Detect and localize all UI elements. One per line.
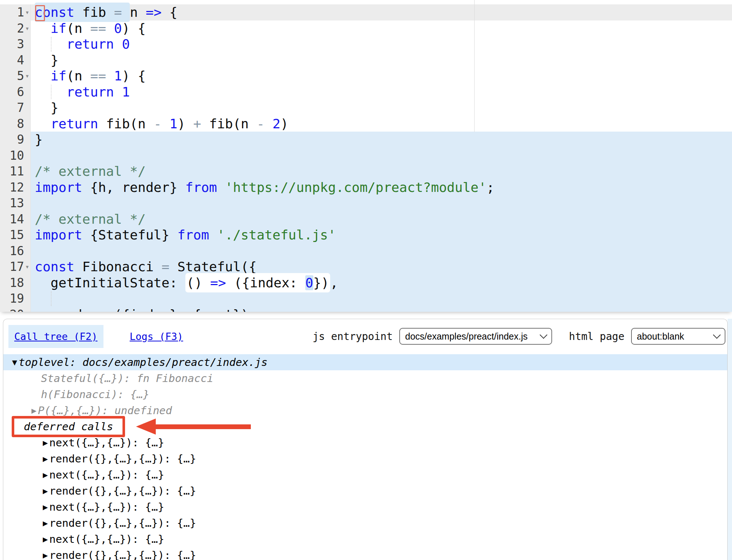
expand-arrow-icon[interactable]: ▶ — [43, 454, 48, 463]
code-token: /* external */ — [35, 164, 146, 179]
code-token: => — [210, 275, 226, 290]
line-number: 11 — [10, 163, 24, 179]
tree-row[interactable]: ▶next({…},{…}): {…} — [3, 467, 727, 483]
tree-row[interactable]: Stateful({…}): fn Fibonacci — [3, 370, 727, 386]
tree-row[interactable]: deferred calls — [3, 419, 727, 435]
gutter: 11▾ — [0, 163, 31, 179]
fold-toggle-icon[interactable]: ▾ — [24, 68, 30, 84]
tree-row[interactable]: ▼toplevel: docs/examples/preact/index.js — [3, 354, 727, 370]
html-page-select[interactable]: about:blank — [631, 328, 725, 345]
tab-logs[interactable]: Logs (F3) — [124, 325, 189, 348]
code-token — [162, 116, 170, 131]
tree-row[interactable]: ▶render({},{…},{…}): {…} — [3, 515, 727, 531]
code-line[interactable]: 19▾ — [0, 291, 732, 307]
code-line[interactable]: 9▾} — [0, 132, 732, 148]
code-line[interactable]: 3▾ return 0 — [0, 36, 732, 52]
line-number: 6 — [17, 84, 24, 100]
line-number: 8 — [17, 116, 24, 132]
tree-row[interactable]: ▶render({},{…},{…}): {…} — [3, 483, 727, 499]
gutter: 9▾ — [0, 132, 31, 148]
line-number: 1 — [17, 4, 24, 20]
tree-row-label: h(Fibonacci): {…} — [41, 388, 150, 401]
code-token: 0 — [122, 37, 130, 52]
code-line[interactable]: 15▾import {Stateful} from './stateful.js… — [0, 227, 732, 243]
tree-row[interactable]: ▶next({…},{…}): {…} — [3, 435, 727, 451]
value-highlight-region: () => ({index: 0}) — [185, 273, 330, 292]
code-token: , — [330, 275, 338, 290]
expand-arrow-icon[interactable]: ▶ — [31, 406, 37, 415]
fold-toggle-icon[interactable]: ▾ — [24, 259, 30, 275]
code-line[interactable]: 18▾ getInitialState: () => ({index: 0}), — [0, 275, 732, 291]
code-token: './stateful.js' — [217, 227, 336, 242]
code-token: import — [35, 227, 82, 242]
line-number: 4 — [17, 52, 24, 68]
code-line[interactable]: 11▾/* external */ — [0, 163, 732, 179]
code-line[interactable]: 20▾ render: ({index}, {next}) => — [0, 307, 732, 312]
code-line[interactable]: 1▾const fib = n => { — [0, 4, 732, 20]
code-text: } — [31, 100, 59, 116]
expand-arrow-icon[interactable]: ▶ — [43, 438, 48, 447]
tree-row[interactable]: ▶render({},{…},{…}): {…} — [3, 547, 727, 560]
code-text: return 0 — [31, 36, 130, 52]
tree-row[interactable]: ▶next({…},{…}): {…} — [3, 499, 727, 515]
code-line[interactable]: 17▾const Fibonacci = Stateful({ — [0, 259, 732, 275]
expand-arrow-icon[interactable]: ▶ — [43, 486, 48, 496]
gutter: 16▾ — [0, 243, 31, 259]
code-line[interactable]: 16▾ — [0, 243, 732, 259]
expand-arrow-icon[interactable]: ▼ — [12, 357, 17, 367]
gutter: 8▾ — [0, 116, 31, 132]
tree-row-label: toplevel: docs/examples/preact/index.js — [19, 356, 268, 368]
code-token: {h, render} — [82, 180, 185, 195]
expand-arrow-icon[interactable]: ▶ — [43, 550, 48, 560]
line-number: 2 — [17, 20, 24, 37]
line-number: 12 — [10, 179, 24, 196]
tab-call-tree[interactable]: Call tree (F2) — [8, 325, 103, 348]
code-line[interactable]: 5▾ if(n == 1) { — [0, 68, 732, 84]
code-token: = — [162, 259, 170, 274]
gutter: 4▾ — [0, 52, 31, 68]
tree-row[interactable]: ▶next({…},{…}): {…} — [3, 531, 727, 547]
code-line[interactable]: 10▾ — [0, 148, 732, 164]
code-token: = — [114, 5, 122, 20]
expand-arrow-icon[interactable]: ▶ — [43, 534, 48, 544]
code-token: (n — [67, 21, 90, 36]
code-line[interactable]: 7▾ } — [0, 100, 732, 116]
code-line[interactable]: 13▾ — [0, 195, 732, 211]
line-number: 17 — [10, 259, 24, 275]
expand-arrow-icon[interactable]: ▶ — [43, 502, 48, 512]
js-entrypoint-select[interactable]: docs/examples/preact/index.js — [399, 328, 552, 345]
code-token: fib(n — [201, 116, 257, 131]
executed-highlight-region: const fib = — [35, 3, 130, 22]
code-token: == — [90, 21, 106, 36]
gutter: 6▾ — [0, 84, 31, 100]
code-text: const Fibonacci = Stateful({ — [31, 259, 257, 275]
code-line[interactable]: 14▾/* external */ — [0, 211, 732, 227]
code-token — [106, 68, 114, 83]
code-token: return — [67, 84, 114, 99]
tree-row[interactable]: h(Fibonacci): {…} — [3, 386, 727, 402]
code-token: /* external */ — [35, 212, 146, 227]
line-number: 19 — [10, 291, 24, 307]
code-editor[interactable]: 1▾const fib = n => {2▾ if(n == 0) {3▾ re… — [0, 0, 732, 312]
code-token: 1 — [122, 84, 130, 99]
expand-arrow-icon[interactable]: ▶ — [43, 518, 48, 528]
gutter: 15▾ — [0, 227, 31, 243]
line-number: 15 — [10, 227, 24, 243]
code-lines: 1▾const fib = n => {2▾ if(n == 0) {3▾ re… — [0, 4, 732, 312]
fold-toggle-icon[interactable]: ▾ — [24, 4, 30, 20]
fold-toggle-icon[interactable]: ▾ — [24, 20, 30, 37]
code-line[interactable]: 4▾ } — [0, 52, 732, 68]
code-token: (n — [67, 68, 90, 83]
expand-arrow-icon[interactable]: ▶ — [43, 470, 48, 480]
code-line[interactable]: 12▾import {h, render} from 'https://unpk… — [0, 179, 732, 196]
code-line[interactable]: 8▾ return fib(n - 1) + fib(n - 2) — [0, 116, 732, 132]
tree-row[interactable]: ▶render({},{…},{…}): {…} — [3, 451, 727, 467]
code-line[interactable]: 2▾ if(n == 0) { — [0, 20, 732, 37]
line-number: 16 — [10, 243, 24, 259]
code-line[interactable]: 6▾ return 1 — [0, 84, 732, 100]
code-token: Stateful({ — [169, 259, 256, 274]
line-number: 10 — [10, 148, 24, 164]
gutter: 14▾ — [0, 211, 31, 227]
tree-row-label: next({…},{…}): {…} — [49, 533, 164, 545]
js-entrypoint-label: js entrypoint — [313, 330, 393, 343]
